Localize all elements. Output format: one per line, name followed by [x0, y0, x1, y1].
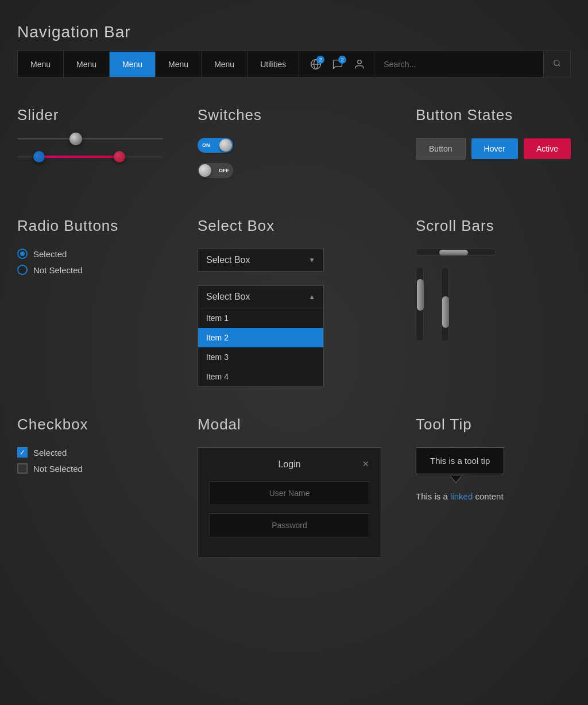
tooltip-link[interactable]: linked — [450, 491, 473, 501]
scrollbar-track-v1 — [416, 267, 424, 342]
select-dropdown: Select Box ▲ Item 1 Item 2 Item 3 Item 4 — [198, 285, 324, 387]
modal-close-button[interactable]: ✕ — [362, 459, 369, 468]
nav-user-button[interactable] — [350, 55, 369, 74]
toggle-off-knob — [199, 164, 211, 177]
slider-range-fill — [39, 156, 119, 158]
tooltip-arrow-icon — [450, 477, 462, 483]
modal-dialog-title: Login — [278, 459, 300, 470]
slider-thumb-1[interactable] — [69, 133, 82, 145]
button-states-title: Button States — [416, 106, 571, 124]
switch-off-row: OFF — [198, 163, 381, 178]
select-arrow-up-icon: ▲ — [308, 293, 315, 301]
password-input[interactable] — [210, 513, 369, 537]
select-dropdown-header[interactable]: Select Box ▲ — [198, 286, 323, 308]
tooltip-content-prefix: This is a — [416, 491, 450, 501]
radio-label-2: Not Selected — [33, 265, 83, 275]
select-collapsed[interactable]: Select Box ▼ — [198, 249, 324, 272]
svg-point-3 — [358, 60, 362, 64]
select-widget: Select Box Select Box ▼ Select Box ▲ Ite… — [198, 217, 381, 387]
scrollbar-track-h — [416, 249, 496, 255]
switches-widget: Switches ON OFF — [198, 106, 381, 188]
modal-title: Modal — [198, 416, 381, 433]
button-states-widget: Button States Button Hover Active — [416, 106, 571, 188]
select-arrow-down-icon: ▼ — [308, 256, 315, 264]
nav-chat-button[interactable]: 2 — [328, 55, 347, 74]
select-option-2[interactable]: Item 2 — [198, 328, 323, 347]
checkbox-title: Checkbox — [17, 416, 163, 433]
checkbox-option-2[interactable]: Not Selected — [17, 463, 163, 474]
checkbox-label-2: Not Selected — [33, 464, 83, 474]
modal-dialog: Login ✕ — [198, 447, 381, 557]
radio-option-1[interactable]: Selected — [17, 249, 163, 259]
nav-globe-button[interactable]: 2 — [306, 55, 326, 74]
checkbox-widget: Checkbox ✓ Selected Not Selected — [17, 416, 163, 557]
slider-widget: Slider — [17, 106, 163, 188]
checkbox-option-1[interactable]: ✓ Selected — [17, 447, 163, 458]
checkbox-checked: ✓ — [17, 447, 28, 458]
radio-widget: Radio Buttons Selected Not Selected — [17, 217, 163, 387]
button-default[interactable]: Button — [416, 138, 465, 160]
radio-circle-1 — [17, 249, 28, 259]
toggle-on-label: ON — [202, 142, 210, 148]
scrollbars-vertical-row — [416, 267, 571, 342]
switch-on-row: ON — [198, 138, 381, 153]
slider-range-thumb-left[interactable] — [33, 151, 45, 162]
scrollbars-widget: Scroll Bars — [416, 217, 571, 387]
globe-badge: 2 — [316, 56, 324, 64]
select-dropdown-label: Select Box — [206, 292, 250, 302]
modal-header: Login ✕ — [210, 459, 369, 470]
search-input[interactable] — [374, 52, 543, 77]
toggle-off-switch[interactable]: OFF — [198, 163, 233, 178]
tooltip-title: Tool Tip — [416, 416, 571, 433]
nav-menu-1[interactable]: Menu — [18, 52, 64, 77]
modal-widget: Modal Login ✕ — [198, 416, 381, 557]
button-row: Button Hover Active — [416, 138, 571, 160]
radio-circle-2 — [17, 265, 28, 275]
tooltip-content: This is a linked content — [416, 491, 571, 501]
slider-track-1 — [17, 138, 163, 140]
scrollbar-thumb-v2[interactable] — [442, 296, 449, 328]
radio-label-1: Selected — [33, 249, 67, 259]
nav-utilities[interactable]: Utilities — [247, 52, 299, 77]
scrollbar-thumb-h[interactable] — [439, 250, 468, 255]
select-title: Select Box — [198, 217, 381, 235]
select-option-4[interactable]: Item 4 — [198, 367, 323, 386]
tooltip-content-suffix: content — [473, 491, 503, 501]
select-value: Select Box — [206, 255, 250, 265]
search-container — [374, 51, 570, 77]
slider-range-thumb-right[interactable] — [114, 151, 125, 162]
chat-badge: 2 — [338, 56, 346, 64]
scrollbar-track-v2 — [441, 267, 449, 342]
checkbox-unchecked — [17, 463, 28, 474]
checkbox-label-1: Selected — [33, 448, 67, 458]
nav-bar-title: Navigation Bar — [17, 23, 571, 41]
slider-range-track — [17, 156, 163, 158]
select-option-1[interactable]: Item 1 — [198, 308, 323, 328]
switches-title: Switches — [198, 106, 381, 124]
svg-line-5 — [559, 65, 560, 67]
radio-title: Radio Buttons — [17, 217, 163, 235]
svg-point-4 — [554, 60, 559, 65]
tooltip-widget: Tool Tip This is a tool tip This is a li… — [416, 416, 571, 557]
slider-title: Slider — [17, 106, 163, 124]
nav-menu-4[interactable]: Menu — [156, 52, 202, 77]
button-active[interactable]: Active — [524, 138, 571, 159]
tooltip-container: This is a tool tip This is a linked cont… — [416, 447, 571, 501]
toggle-on-switch[interactable]: ON — [198, 138, 233, 153]
select-option-3[interactable]: Item 3 — [198, 347, 323, 367]
nav-menu-3[interactable]: Menu — [110, 52, 156, 77]
scrollbars-title: Scroll Bars — [416, 217, 571, 235]
toggle-on-knob — [219, 139, 232, 152]
scrollbar-thumb-v1[interactable] — [417, 279, 424, 311]
slider-single — [17, 138, 163, 140]
button-hover[interactable]: Hover — [471, 138, 518, 159]
username-input[interactable] — [210, 481, 369, 505]
nav-menu-5[interactable]: Menu — [202, 52, 247, 77]
nav-menu-2[interactable]: Menu — [64, 52, 110, 77]
tooltip-box: This is a tool tip — [416, 447, 504, 474]
toggle-off-label: OFF — [219, 168, 229, 173]
scrollbar-horizontal — [416, 249, 571, 255]
navigation-bar: Menu Menu Menu Menu Menu Utilities 2 2 — [17, 51, 571, 78]
radio-option-2[interactable]: Not Selected — [17, 265, 163, 275]
search-button[interactable] — [543, 51, 570, 77]
